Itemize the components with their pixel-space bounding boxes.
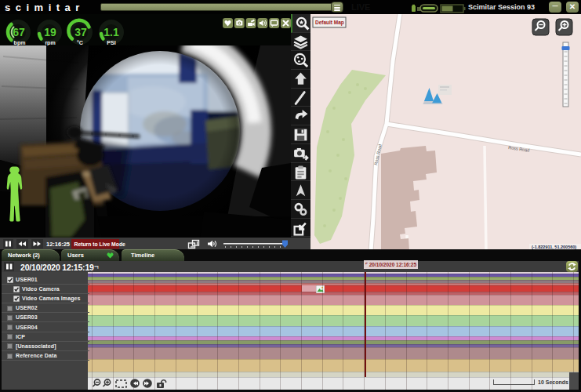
svg-text:1.1: 1.1 — [103, 26, 119, 38]
svg-text:67: 67 — [13, 26, 25, 38]
svg-text:19: 19 — [44, 26, 56, 38]
svg-text:bpm: bpm — [14, 40, 26, 45]
svg-text:Return to Live Mode: Return to Live Mode — [74, 241, 126, 246]
svg-text:rpm: rpm — [45, 40, 55, 45]
svg-text:37: 37 — [74, 26, 87, 38]
svg-text:Default Map: Default Map — [315, 20, 344, 26]
svg-text:PSI: PSI — [107, 40, 115, 45]
svg-text:12:16:25: 12:16:25 — [46, 241, 70, 248]
svg-text:°C: °C — [77, 40, 83, 45]
